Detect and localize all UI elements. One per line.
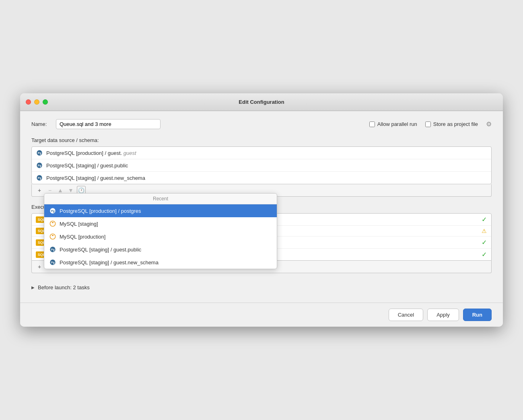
title-bar: Edit Configuration (20, 93, 503, 111)
expand-arrow-icon: ▶ (31, 285, 35, 290)
ds-text-0: PostgreSQL [production] / guest. guest (46, 150, 136, 156)
minimize-button[interactable] (34, 99, 39, 105)
dropdown-item-text-4: PostgreSQL [staging] / guest.new_schema (60, 259, 159, 266)
svg-text:Pg: Pg (38, 164, 41, 167)
dropdown-header: Recent (44, 194, 277, 204)
svg-text:Pg: Pg (38, 152, 41, 155)
before-launch-label: Before launch: 2 tasks (38, 284, 90, 290)
dropdown-item-4[interactable]: Pg PostgreSQL [staging] / guest.new_sche… (44, 256, 277, 269)
svg-text:Pg: Pg (51, 210, 55, 213)
data-source-panel: Pg PostgreSQL [production] / guest. gues… (31, 146, 492, 184)
dropdown-mysql-icon-2 (49, 233, 56, 240)
target-section-label: Target data source / schema: (31, 137, 492, 143)
dropdown-pg-icon-0: Pg (49, 207, 56, 214)
apply-button[interactable]: Apply (427, 309, 459, 321)
main-content: Name: Allow parallel run Store as projec… (20, 111, 503, 303)
ds-row-2: Pg PostgreSQL [staging] / guest.new_sche… (32, 172, 491, 184)
dropdown-item-2[interactable]: MySQL [production] (44, 230, 277, 243)
before-launch[interactable]: ▶ Before launch: 2 tasks (31, 280, 492, 294)
parallel-run-input[interactable] (369, 121, 375, 127)
store-project-label: Store as project file (433, 121, 478, 127)
gear-icon[interactable]: ⚙ (486, 120, 492, 128)
dropdown-pg-icon-4: Pg (49, 259, 56, 266)
postgresql-icon-1: Pg (36, 162, 43, 169)
store-project-checkbox[interactable]: Store as project file (425, 121, 478, 127)
dropdown-item-text-0: PostgreSQL [production] / postgres (60, 208, 141, 214)
postgresql-icon-0: Pg (36, 149, 43, 156)
dropdown-item-3[interactable]: Pg PostgreSQL [staging] / guest.public (44, 243, 277, 256)
checkboxes-group: Allow parallel run Store as project file… (369, 120, 492, 128)
svg-point-8 (50, 221, 55, 226)
dropdown-pg-icon-3: Pg (49, 246, 56, 253)
dropdown-item-1[interactable]: MySQL [staging] (44, 217, 277, 230)
add-file-button[interactable]: + (35, 262, 44, 271)
traffic-lights (26, 99, 48, 105)
name-input[interactable] (56, 119, 161, 129)
status-check-3: ✓ (481, 251, 487, 258)
recent-dropdown: Recent Pg PostgreSQL [production] / post… (44, 193, 277, 269)
store-project-input[interactable] (425, 121, 431, 127)
window-title: Edit Configuration (239, 99, 284, 105)
edit-configuration-window: Edit Configuration Name: Allow parallel … (20, 93, 503, 327)
svg-text:Pg: Pg (51, 248, 55, 251)
ds-text-1: PostgreSQL [staging] / guest.public (46, 163, 128, 169)
footer: Cancel Apply Run (20, 303, 503, 327)
postgresql-icon-2: Pg (36, 174, 43, 181)
svg-text:Pg: Pg (38, 177, 41, 180)
svg-point-9 (50, 234, 55, 239)
ds-row-0: Pg PostgreSQL [production] / guest. gues… (32, 147, 491, 159)
name-row: Name: Allow parallel run Store as projec… (31, 119, 492, 129)
status-warn-1: ⚠ (481, 228, 487, 234)
name-label: Name: (31, 121, 49, 127)
svg-text:Pg: Pg (51, 261, 55, 264)
dropdown-item-text-1: MySQL [staging] (60, 221, 98, 227)
parallel-run-checkbox[interactable]: Allow parallel run (369, 121, 417, 127)
dropdown-item-text-2: MySQL [production] (60, 234, 105, 240)
close-button[interactable] (26, 99, 31, 105)
run-button[interactable]: Run (463, 309, 492, 321)
dropdown-mysql-icon-1 (49, 220, 56, 227)
datasource-toolbar: + − ▲ ▼ 🕐 Recent Pg PostgreSQL [producti… (31, 184, 492, 197)
cancel-button[interactable]: Cancel (389, 309, 423, 321)
ds-text-2: PostgreSQL [staging] / guest.new_schema (46, 175, 145, 181)
add-datasource-button[interactable]: + (35, 186, 44, 195)
dropdown-item-text-3: PostgreSQL [staging] / guest.public (60, 247, 141, 253)
ds-row-1: Pg PostgreSQL [staging] / guest.public (32, 159, 491, 172)
maximize-button[interactable] (43, 99, 48, 105)
status-check-2: ✓ (481, 239, 487, 246)
parallel-run-label: Allow parallel run (377, 121, 417, 127)
dropdown-item-0[interactable]: Pg PostgreSQL [production] / postgres (44, 204, 277, 217)
status-check-0: ✓ (481, 216, 487, 223)
